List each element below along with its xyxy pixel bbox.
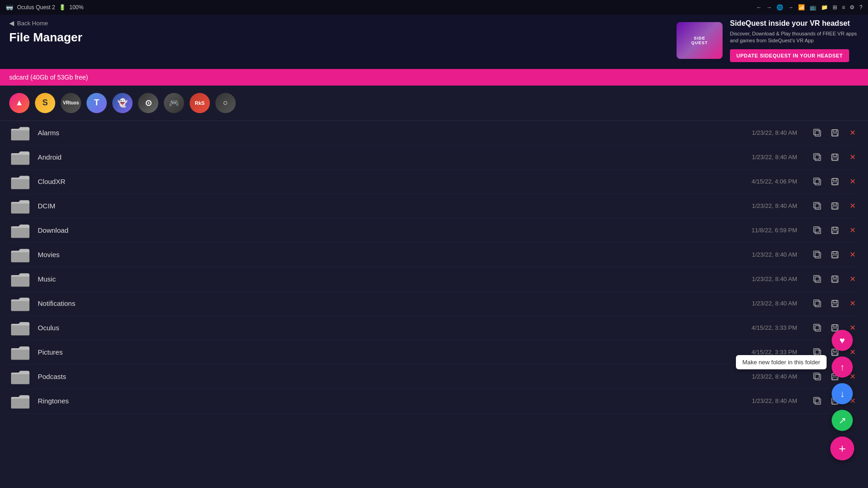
svg-rect-28	[833, 227, 837, 230]
copy-button[interactable]	[811, 273, 824, 286]
copy-button[interactable]	[811, 224, 824, 237]
svg-rect-0	[11, 129, 29, 140]
table-row[interactable]: Music 1/23/22, 8:40 AM ✕	[9, 267, 859, 292]
tooltip: Make new folder in this folder	[736, 355, 827, 369]
fab-heart-button[interactable]: ♥	[832, 330, 853, 351]
delete-button[interactable]: ✕	[846, 297, 859, 310]
app-icon-github[interactable]: ⊙	[138, 93, 158, 113]
app-icon-t-app[interactable]: T	[87, 93, 107, 113]
copy-button[interactable]	[811, 322, 824, 334]
svg-rect-34	[833, 252, 837, 254]
help-icon[interactable]: ?	[859, 4, 862, 11]
app-icon-rks[interactable]: RkS	[190, 93, 210, 113]
app-icon-ghost[interactable]: 👻	[112, 93, 133, 113]
table-row[interactable]: CloudXR 4/15/22, 4:06 PM ✕	[9, 170, 859, 194]
table-row[interactable]: Download 11/8/22, 6:59 PM ✕	[9, 218, 859, 243]
copy-button[interactable]	[811, 370, 824, 383]
app-icon-s-app[interactable]: S	[35, 93, 55, 113]
file-name: Movies	[38, 251, 717, 258]
copy-button[interactable]	[811, 200, 824, 212]
settings-icon[interactable]: ⚙	[850, 4, 855, 11]
table-row[interactable]: Notifications 1/23/22, 8:40 AM ✕	[9, 292, 859, 316]
globe-icon: 🌐	[776, 4, 783, 11]
device-name: Oculus Quest 2	[17, 4, 55, 11]
file-actions: ✕	[811, 248, 859, 261]
folder-icon	[9, 270, 31, 288]
vr-icon: 🥽	[6, 4, 13, 11]
save-button[interactable]	[828, 297, 841, 310]
file-date: 1/23/22, 8:40 AM	[723, 373, 797, 380]
save-button[interactable]	[828, 248, 841, 261]
header: ◀ Back Home File Manager SIDEQUEST SideQ…	[0, 15, 868, 69]
svg-rect-49	[815, 326, 821, 331]
svg-rect-24	[11, 226, 29, 238]
fab-download-button[interactable]: ↓	[832, 383, 853, 404]
delete-button[interactable]: ✕	[846, 126, 859, 139]
copy-button[interactable]	[811, 248, 824, 261]
save-button[interactable]	[828, 224, 841, 237]
table-row[interactable]: Movies 1/23/22, 8:40 AM ✕	[9, 243, 859, 267]
save-button[interactable]	[828, 175, 841, 188]
svg-rect-38	[814, 276, 819, 281]
delete-button[interactable]: ✕	[846, 224, 859, 237]
update-sidequest-button[interactable]: UPDATE SIDEQUEST IN YOUR HEADSET	[730, 49, 849, 62]
svg-rect-68	[814, 397, 819, 403]
copy-button[interactable]	[811, 126, 824, 139]
table-row[interactable]: DCIM 1/23/22, 8:40 AM ✕	[9, 194, 859, 218]
folder-icon	[9, 124, 31, 142]
svg-rect-4	[833, 130, 837, 132]
svg-rect-35	[833, 255, 837, 258]
save-button[interactable]	[828, 126, 841, 139]
sidequest-logo: SIDEQUEST	[677, 22, 723, 59]
file-name: Podcasts	[38, 373, 717, 380]
back-nav-icon[interactable]: ←	[756, 4, 762, 11]
app-icon-sidequest[interactable]: ▲	[9, 93, 29, 113]
svg-rect-19	[815, 204, 821, 209]
battery-icon: 🔋	[59, 4, 66, 11]
svg-rect-26	[814, 227, 819, 232]
svg-rect-48	[11, 324, 29, 335]
svg-rect-66	[11, 397, 29, 408]
app-icon-game[interactable]: 🎮	[164, 93, 184, 113]
file-date: 11/8/22, 6:59 PM	[723, 227, 797, 234]
app-icon-vrtuos[interactable]: VRtuos	[61, 93, 81, 113]
copy-button[interactable]	[811, 175, 824, 188]
delete-button[interactable]: ✕	[846, 175, 859, 188]
svg-rect-50	[814, 324, 819, 330]
back-arrow-icon: ◀	[9, 19, 14, 27]
folder-icon	[9, 148, 31, 166]
delete-button[interactable]: ✕	[846, 273, 859, 286]
back-home-link[interactable]: ◀ Back Home	[9, 19, 82, 27]
forward-nav-icon[interactable]: →	[766, 4, 772, 11]
table-row[interactable]: Oculus 4/15/22, 3:33 PM ✕	[9, 316, 859, 340]
table-row[interactable]: Ringtones 1/23/22, 8:40 AM ✕	[9, 389, 859, 413]
sidequest-banner: SIDEQUEST SideQuest inside your VR heads…	[677, 19, 859, 62]
copy-button[interactable]	[811, 151, 824, 164]
svg-rect-40	[833, 276, 837, 278]
battery-level: 100%	[69, 4, 84, 11]
app-icon-oculus[interactable]: ○	[215, 93, 236, 113]
fab-upload-button[interactable]: ↑	[832, 356, 853, 378]
svg-rect-8	[814, 154, 819, 159]
copy-button[interactable]	[811, 297, 824, 310]
fab-share-button[interactable]: ↗	[832, 410, 853, 431]
table-row[interactable]: Android 1/23/22, 8:40 AM ✕	[9, 145, 859, 170]
save-button[interactable]	[828, 273, 841, 286]
svg-rect-62	[814, 373, 819, 379]
delete-button[interactable]: ✕	[846, 200, 859, 212]
fab-add-button[interactable]: +	[830, 436, 854, 460]
table-row[interactable]: Alarms 1/23/22, 8:40 AM ✕	[9, 121, 859, 145]
delete-button[interactable]: ✕	[846, 151, 859, 164]
save-button[interactable]	[828, 200, 841, 212]
table-row[interactable]: Podcasts 1/23/22, 8:40 AM ✕	[9, 365, 859, 389]
svg-rect-36	[11, 275, 29, 287]
file-actions: ✕	[811, 200, 859, 212]
file-date: 1/23/22, 8:40 AM	[723, 129, 797, 136]
delete-button[interactable]: ✕	[846, 248, 859, 261]
svg-rect-54	[11, 348, 29, 360]
file-date: 1/23/22, 8:40 AM	[723, 397, 797, 404]
save-button[interactable]	[828, 151, 841, 164]
forward-arrow-icon[interactable]: →	[788, 4, 793, 11]
table-row[interactable]: Pictures 4/15/22, 3:33 PM ✕	[9, 340, 859, 365]
copy-button[interactable]	[811, 395, 824, 408]
